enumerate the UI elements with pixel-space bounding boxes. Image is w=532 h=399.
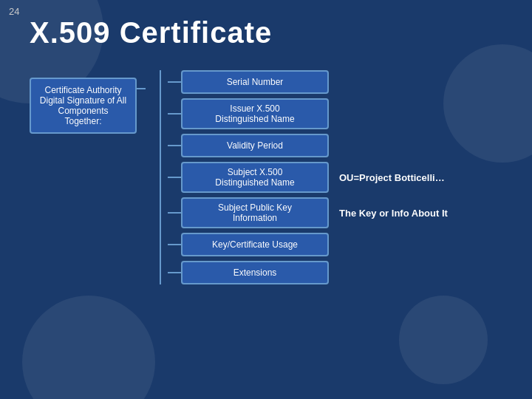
v-line [160,70,161,284]
h-line-validity-period [168,145,181,146]
bg-circle-2 [22,296,155,399]
tree-container: Serial NumberIssuer X.500Distinguished N… [146,70,448,284]
item-box-serial-number: Serial Number [181,70,329,94]
h-line-issuer-dn [168,113,181,115]
item-row-serial-number: Serial Number [168,70,448,94]
slide-number: 24 [9,6,19,17]
h-line-subject-pki [168,212,181,214]
item-box-key-usage: Key/Certificate Usage [181,233,329,256]
bg-circle-4 [399,296,488,384]
h-line-extensions [168,272,181,273]
item-row-extensions: Extensions [168,261,448,284]
item-row-validity-period: Validity Period [168,134,448,157]
item-row-key-usage: Key/Certificate Usage [168,233,448,256]
item-row-issuer-dn: Issuer X.500Distinguished Name [168,98,448,129]
item-box-extensions: Extensions [181,261,329,284]
item-annotation-subject-pki: The Key or Info About It [339,208,448,219]
h-connector-main [137,88,146,89]
item-box-subject-dn: Subject X.500Distinguished Name [181,162,329,193]
content-area: Certificate Authority Digital Signature … [30,70,510,284]
item-box-issuer-dn: Issuer X.500Distinguished Name [181,98,329,129]
ca-box: Certificate Authority Digital Signature … [30,78,137,134]
item-row-subject-dn: Subject X.500Distinguished NameOU=Projec… [168,162,448,193]
items-list: Serial NumberIssuer X.500Distinguished N… [168,70,448,284]
item-box-validity-period: Validity Period [181,134,329,157]
item-row-subject-pki: Subject Public KeyInformationThe Key or … [168,197,448,228]
h-line-serial-number [168,81,181,83]
vertical-line [153,70,168,284]
item-box-subject-pki: Subject Public KeyInformation [181,197,329,228]
h-line-key-usage [168,244,181,245]
item-annotation-subject-dn: OU=Project Botticelli… [339,172,445,183]
slide-title: X.509 Certificate [30,16,272,50]
h-line-subject-dn [168,177,181,178]
